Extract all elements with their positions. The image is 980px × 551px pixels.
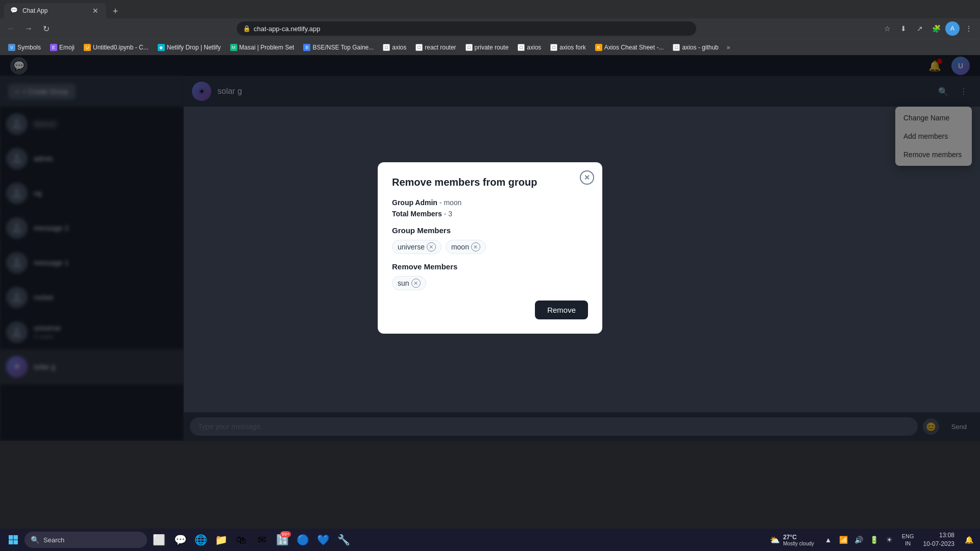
taskbar-app-edge[interactable]: 🔵 <box>293 530 312 549</box>
taskbar-app-mail[interactable]: ✉ <box>252 530 272 549</box>
bookmark-untitled[interactable]: U Untitled0.ipynb - C... <box>80 41 153 54</box>
total-members-value: 3 <box>448 210 452 218</box>
taskbar-app-extra[interactable]: 🔧 <box>334 530 353 549</box>
taskbar-app-chat[interactable]: 💬 <box>170 530 190 549</box>
bookmark-label: react router <box>425 44 456 51</box>
taskbar-search-placeholder: Search <box>43 536 64 544</box>
member-name-universe: universe <box>398 243 425 251</box>
download-icon[interactable]: ⬇ <box>896 21 911 36</box>
taskbar-app-browser[interactable]: 🌐 <box>191 530 210 549</box>
bookmark-label: private route <box>475 44 509 51</box>
taskbar-app-store[interactable]: 🛍 <box>232 530 251 549</box>
bookmark-netlify[interactable]: ◆ Netlify Drop | Netlify <box>154 41 225 54</box>
total-separator: - <box>444 210 449 218</box>
extra-icon: 🔧 <box>337 534 350 546</box>
modal-close-button[interactable]: ✕ <box>580 170 594 185</box>
bookmark-label: axios - github <box>682 44 718 51</box>
taskbar: 🔍 Search ⬜ 💬 🌐 📁 🛍 ✉ 🔢 99+ 🔵 💙 <box>0 529 980 551</box>
active-tab[interactable]: 💬 Chat App ✕ <box>4 3 106 18</box>
edge-icon: 🔵 <box>297 534 309 546</box>
toolbar-icons: ☆ ⬇ ↗ 🧩 A ⋮ <box>880 21 976 36</box>
react-router-favicon: □ <box>415 44 423 51</box>
remove-moon-button[interactable]: ✕ <box>471 242 480 252</box>
taskbar-app-counter[interactable]: 🔢 99+ <box>273 530 292 549</box>
address-bar[interactable]: 🔒 chat-app-ca.netlify.app <box>237 21 696 36</box>
back-button[interactable]: ← <box>4 21 18 36</box>
taskbar-app-code[interactable]: 💙 <box>313 530 333 549</box>
system-icons: ▲ 📶 🔊 🔋 ☀ <box>821 533 897 547</box>
bookmark-star-icon[interactable]: ☆ <box>880 21 894 36</box>
group-admin-value: moon <box>444 198 461 207</box>
menu-button[interactable]: ⋮ <box>962 21 976 36</box>
forward-button[interactable]: → <box>21 21 36 36</box>
netlify-favicon: ◆ <box>158 44 165 51</box>
start-button[interactable] <box>4 531 22 549</box>
share-icon[interactable]: ↗ <box>913 21 927 36</box>
taskbar-search[interactable]: 🔍 Search <box>24 532 147 548</box>
axios-favicon: □ <box>383 44 390 51</box>
bookmark-axios[interactable]: □ axios <box>379 41 410 54</box>
bookmark-masai[interactable]: M Masai | Problem Set <box>226 41 299 54</box>
language-indicator[interactable]: ENG IN <box>900 533 916 547</box>
group-admin-label: Group Admin <box>392 198 437 207</box>
modal-overlay: Remove members from group ✕ Group Admin … <box>0 55 980 441</box>
region-text: IN <box>902 540 914 547</box>
bookmark-label: BSE/NSE Top Gaine... <box>312 44 374 51</box>
tab-bar: 💬 Chat App ✕ + <box>0 0 980 18</box>
svg-rect-10 <box>14 540 18 545</box>
bookmark-label: Axios Cheat Sheet -... <box>604 44 664 51</box>
taskbar-time-display: 13:08 <box>923 531 954 540</box>
remove-members-section-title: Remove Members <box>392 262 588 271</box>
volume-icon[interactable]: 🔊 <box>852 533 866 547</box>
emoji-favicon: E <box>50 44 57 51</box>
chevron-up-icon[interactable]: ▲ <box>821 533 836 547</box>
remove-universe-button[interactable]: ✕ <box>427 242 436 252</box>
bookmark-private-route[interactable]: □ private route <box>461 41 513 54</box>
remove-members-modal: Remove members from group ✕ Group Admin … <box>378 162 602 334</box>
bookmark-axios-cheat[interactable]: K Axios Cheat Sheet -... <box>591 41 668 54</box>
tab-close-button[interactable]: ✕ <box>91 6 100 15</box>
bookmarks-more[interactable]: » <box>724 44 733 51</box>
bookmark-symbols[interactable]: V Symbols <box>4 41 45 54</box>
mail-icon: ✉ <box>258 534 266 546</box>
bookmark-axios2[interactable]: □ axios <box>513 41 545 54</box>
member-tag-universe: universe ✕ <box>392 240 442 254</box>
weather-icon: ⛅ <box>770 535 780 545</box>
weather-condition: Mostly cloudy <box>783 541 814 546</box>
app-wrapper: 💬 🔔 U + + Create Group <box>0 55 980 441</box>
app-badge: 99+ <box>280 531 291 537</box>
modal-title: Remove members from group <box>392 177 588 188</box>
search-icon: 🔍 <box>31 536 39 544</box>
bookmark-bse[interactable]: B BSE/NSE Top Gaine... <box>299 41 378 54</box>
notification-center-icon[interactable]: 🔔 <box>962 533 976 547</box>
remove-member-name-sun: sun <box>398 279 409 287</box>
bookmarks-bar: V Symbols E Emoji U Untitled0.ipynb - C.… <box>0 39 980 55</box>
remove-sun-button[interactable]: ✕ <box>411 279 421 288</box>
lock-icon: 🔒 <box>243 25 251 32</box>
network-icon[interactable]: 📶 <box>837 533 851 547</box>
battery-icon[interactable]: 🔋 <box>867 533 881 547</box>
taskbar-app-files[interactable]: 📁 <box>211 530 231 549</box>
refresh-button[interactable]: ↻ <box>39 21 53 36</box>
brightness-icon[interactable]: ☀ <box>883 533 897 547</box>
bookmark-label: Masai | Problem Set <box>239 44 295 51</box>
svg-rect-9 <box>9 540 13 545</box>
bookmark-react-router[interactable]: □ react router <box>411 41 460 54</box>
task-view-button[interactable]: ⬜ <box>149 530 168 549</box>
bookmark-axios-github[interactable]: □ axios - github <box>669 41 722 54</box>
taskbar-clock[interactable]: 13:08 10-07-2023 <box>919 531 959 548</box>
profile-icon[interactable]: A <box>945 21 960 36</box>
bookmark-axios-fork[interactable]: □ axios fork <box>546 41 590 54</box>
bookmark-label: Emoji <box>59 44 75 51</box>
bookmark-label: axios fork <box>559 44 585 51</box>
private-route-favicon: □ <box>465 44 473 51</box>
remove-button[interactable]: Remove <box>535 300 588 319</box>
weather-info: 27°C Mostly cloudy <box>783 534 814 546</box>
extensions-icon[interactable]: 🧩 <box>929 21 943 36</box>
untitled-favicon: U <box>84 44 91 51</box>
store-icon: 🛍 <box>236 534 247 546</box>
remove-member-tag-sun: sun ✕ <box>392 276 426 290</box>
bookmark-emoji[interactable]: E Emoji <box>46 41 79 54</box>
new-tab-button[interactable]: + <box>108 4 122 18</box>
weather-widget[interactable]: ⛅ 27°C Mostly cloudy <box>766 534 818 546</box>
